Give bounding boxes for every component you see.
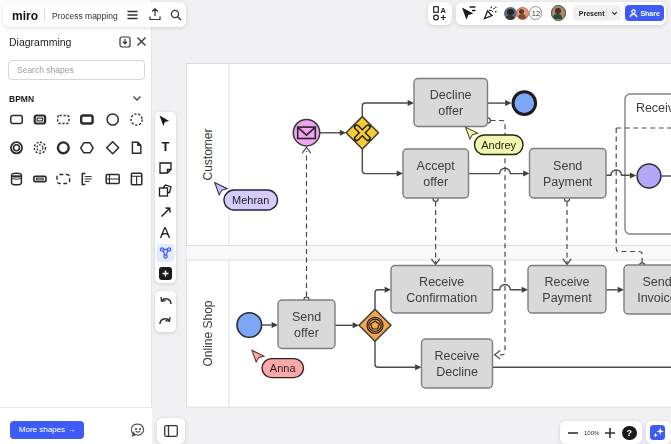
svg-text:Send: Send xyxy=(642,275,671,289)
svg-text:Anna: Anna xyxy=(270,362,297,374)
svg-text:Confirmation: Confirmation xyxy=(406,291,477,305)
svg-text:Receive: Receive xyxy=(434,349,479,363)
svg-text:A: A xyxy=(441,6,447,15)
svg-text:Decline: Decline xyxy=(436,365,478,379)
svg-text:Send: Send xyxy=(553,159,582,173)
svg-text:offer: offer xyxy=(438,104,463,118)
svg-text:Receive Invoice: Receive Invoice xyxy=(636,101,671,115)
svg-text:offer: offer xyxy=(423,175,448,189)
svg-text:Decline: Decline xyxy=(430,88,472,102)
svg-text:Andrey: Andrey xyxy=(481,139,516,151)
svg-text:Receive: Receive xyxy=(419,275,464,289)
svg-text:Accept: Accept xyxy=(417,159,456,173)
svg-text:Customer: Customer xyxy=(201,128,215,180)
svg-text:Payment: Payment xyxy=(542,291,592,305)
svg-text:T: T xyxy=(162,139,170,154)
svg-text:Invoice: Invoice xyxy=(637,291,671,305)
svg-text:Online Shop: Online Shop xyxy=(201,300,215,366)
svg-text:Payment: Payment xyxy=(543,175,593,189)
svg-text:Send: Send xyxy=(292,310,321,324)
svg-text:Mehran: Mehran xyxy=(232,194,269,206)
svg-text:offer: offer xyxy=(294,326,319,340)
svg-text:Receive: Receive xyxy=(544,275,589,289)
